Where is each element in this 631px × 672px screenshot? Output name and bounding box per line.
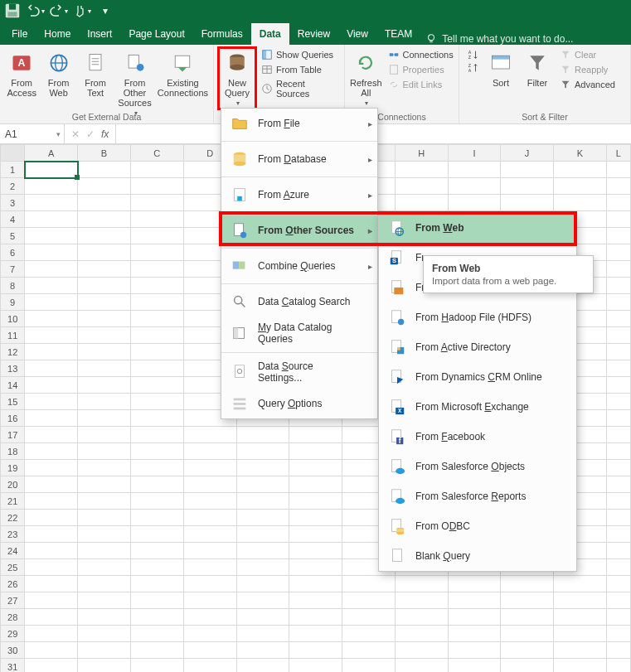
cell-B3[interactable] [78,195,131,211]
tab-pagelayout[interactable]: Page Layout [120,23,192,45]
row-header-31[interactable]: 31 [1,659,25,673]
cell-I28[interactable] [448,609,501,626]
enter-icon[interactable]: ✓ [86,128,95,140]
row-header-8[interactable]: 8 [1,278,25,294]
name-box[interactable]: A1 [0,124,65,143]
tab-home[interactable]: Home [36,23,79,45]
cell-L17[interactable] [606,427,630,443]
cell-C4[interactable] [130,211,183,228]
cell-C7[interactable] [130,261,183,278]
cell-B12[interactable] [78,344,131,360]
cell-L20[interactable] [606,476,630,493]
cell-B10[interactable] [78,311,131,327]
cell-I27[interactable] [448,592,501,609]
cell-C23[interactable] [130,526,183,543]
cell-I30[interactable] [448,642,501,659]
cell-C19[interactable] [130,460,183,476]
cell-E31[interactable] [236,659,289,673]
row-header-14[interactable]: 14 [1,377,25,394]
sort-az-button[interactable]: AZ [464,48,481,61]
row-header-11[interactable]: 11 [1,327,25,344]
cell-D17[interactable] [183,427,236,443]
cell-B5[interactable] [78,228,131,244]
fx-icon[interactable]: fx [101,128,109,140]
menu-my-data-catalog[interactable]: My Data Catalog Queries [221,317,377,350]
cell-D22[interactable] [183,510,236,526]
cell-A2[interactable] [25,178,78,195]
cell-D24[interactable] [183,543,236,559]
cell-H30[interactable] [395,642,448,659]
cell-F17[interactable] [289,427,342,443]
cell-C14[interactable] [130,377,183,394]
cell-A13[interactable] [25,360,78,377]
tab-view[interactable]: View [338,23,376,45]
cell-C18[interactable] [130,443,183,460]
col-header-C[interactable]: C [130,145,183,162]
row-header-1[interactable]: 1 [1,162,25,178]
cell-F23[interactable] [289,526,342,543]
cell-H31[interactable] [395,659,448,673]
cell-B4[interactable] [78,211,131,228]
cell-B18[interactable] [78,443,131,460]
cell-K3[interactable] [553,195,606,211]
cell-C16[interactable] [130,410,183,427]
cell-B28[interactable] [78,609,131,626]
cell-E22[interactable] [236,510,289,526]
qat-customize-icon[interactable]: ▾ [96,2,114,20]
cell-B25[interactable] [78,559,131,576]
cell-F28[interactable] [289,609,342,626]
cell-F19[interactable] [289,460,342,476]
recent-sources-button[interactable]: Recent Sources [259,78,339,99]
col-header-A[interactable]: A [25,145,78,162]
col-header-I[interactable]: I [448,145,501,162]
cell-D26[interactable] [183,576,236,592]
submenu-blank-query[interactable]: Blank Query [379,541,576,571]
cell-A3[interactable] [25,195,78,211]
select-all-cell[interactable] [1,145,25,162]
cell-D19[interactable] [183,460,236,476]
cell-K31[interactable] [553,659,606,673]
cell-L23[interactable] [606,526,630,543]
row-header-17[interactable]: 17 [1,427,25,443]
cell-A26[interactable] [25,576,78,592]
cell-B26[interactable] [78,576,131,592]
cell-H3[interactable] [395,195,448,211]
row-header-25[interactable]: 25 [1,559,25,576]
cell-F22[interactable] [289,510,342,526]
menu-data-catalog-search[interactable]: Data Catalog Search [221,287,377,317]
cell-A20[interactable] [25,476,78,493]
cell-E27[interactable] [236,592,289,609]
cell-L25[interactable] [606,559,630,576]
cell-I29[interactable] [448,626,501,642]
menu-from-file[interactable]: From File▸ [221,109,377,138]
cell-I1[interactable] [448,162,501,178]
cell-I3[interactable] [448,195,501,211]
cell-C9[interactable] [130,294,183,311]
row-header-16[interactable]: 16 [1,410,25,427]
cell-B29[interactable] [78,626,131,642]
row-header-26[interactable]: 26 [1,576,25,592]
cell-D20[interactable] [183,476,236,493]
cell-J30[interactable] [501,642,554,659]
cell-I26[interactable] [448,576,501,592]
cell-E19[interactable] [236,460,289,476]
cell-A19[interactable] [25,460,78,476]
row-header-9[interactable]: 9 [1,294,25,311]
cell-C17[interactable] [130,427,183,443]
cell-A12[interactable] [25,344,78,360]
cell-G29[interactable] [342,626,396,642]
cell-L5[interactable] [606,228,630,244]
cell-I2[interactable] [448,178,501,195]
cell-L3[interactable] [606,195,630,211]
cell-L6[interactable] [606,244,630,261]
cell-B6[interactable] [78,244,131,261]
cell-A4[interactable] [25,211,78,228]
cell-A30[interactable] [25,642,78,659]
cell-A10[interactable] [25,311,78,327]
cell-D27[interactable] [183,592,236,609]
cell-H27[interactable] [395,592,448,609]
cell-D18[interactable] [183,443,236,460]
cell-B17[interactable] [78,427,131,443]
menu-data-source-settings[interactable]: Data Source Settings... [221,355,377,389]
existing-connections-button[interactable]: Existing Connections [158,48,208,99]
